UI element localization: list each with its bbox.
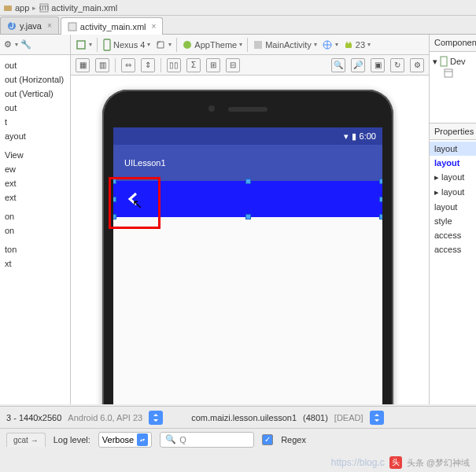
tab-java-file[interactable]: J y.java × <box>0 17 59 34</box>
tree-label: Dev <box>450 57 466 66</box>
layout-mode-button[interactable]: ▦ <box>76 58 90 72</box>
breadcrumb-folder-label: app <box>15 3 29 13</box>
selection-handle[interactable] <box>245 214 251 219</box>
palette-item[interactable]: ton <box>0 242 70 256</box>
palette-item[interactable]: ayout <box>0 129 70 143</box>
orientation-button[interactable] <box>155 39 172 50</box>
selection-handle[interactable] <box>379 214 382 219</box>
component-tree-header: Componen <box>430 35 476 52</box>
svg-rect-5 <box>68 23 76 31</box>
palette-config-button[interactable] <box>76 39 92 50</box>
selection-handle[interactable] <box>245 179 251 184</box>
theme-selector[interactable]: AppTheme <box>182 39 242 50</box>
palette-item[interactable]: ext <box>0 190 70 205</box>
component-tree[interactable]: ▾ Dev <box>430 52 476 123</box>
battery-icon: ▮ <box>352 131 356 142</box>
search-icon: 🔍 <box>165 434 176 444</box>
distribute-button[interactable]: ⊟ <box>226 58 240 72</box>
breadcrumb-folder[interactable]: app <box>3 3 29 13</box>
tree-row[interactable]: ▾ Dev <box>431 55 474 68</box>
palette-item[interactable]: ew <box>0 162 70 176</box>
device-selector[interactable]: Nexus 4 <box>102 39 150 51</box>
device-screen[interactable]: ▾ ▮ 6:00 UILesson1 <box>113 127 382 404</box>
design-toolbar-secondary: ▦ ▥ ⇔ ⇕ ▯▯ Σ ⊞ ⊟ 🔍 🔎 ▣ ↻ ⚙ <box>71 55 429 76</box>
design-canvas[interactable]: ▾ ▮ 6:00 UILesson1 <box>71 76 429 404</box>
properties-table[interactable]: layout layout ▸ layout ▸ layout layout s… <box>430 140 476 258</box>
palette-item[interactable]: out <box>0 58 70 72</box>
select-arrows-icon: ▴▾ <box>137 433 148 446</box>
globe-icon <box>322 39 333 50</box>
palette-item[interactable]: out <box>0 101 70 115</box>
distribute-button[interactable]: ⊞ <box>206 58 220 72</box>
distribute-button[interactable]: Σ <box>186 58 201 72</box>
activity-icon <box>253 39 264 50</box>
property-row[interactable]: layout <box>430 142 476 156</box>
property-row[interactable]: layout <box>430 156 476 170</box>
selection-handle[interactable] <box>379 179 382 184</box>
align-button[interactable]: ⇕ <box>141 58 155 72</box>
align-button[interactable]: ⇔ <box>121 58 135 72</box>
folder-icon <box>3 3 13 13</box>
device-label: Nexus 4 <box>113 40 145 50</box>
svg-text:J: J <box>9 21 14 30</box>
selection-handle[interactable] <box>379 197 382 202</box>
property-row[interactable]: layout <box>430 200 476 214</box>
api-selector[interactable]: 23 <box>343 39 371 50</box>
logcat-toolbar: gcat → Log level: Verbose ▴▾ 🔍 Q ✓ Regex <box>0 428 476 450</box>
wrench-icon[interactable]: 🔧 <box>20 39 31 50</box>
activity-selector[interactable]: MainActivity <box>253 39 317 50</box>
distribute-button[interactable]: ▯▯ <box>167 58 181 72</box>
tree-row[interactable] <box>431 68 474 79</box>
speaker-slot <box>228 107 268 112</box>
palette-item[interactable]: xt <box>0 256 70 271</box>
close-icon[interactable]: × <box>152 22 157 31</box>
svg-point-13 <box>349 42 351 43</box>
palette-item[interactable]: View <box>0 148 70 162</box>
property-row[interactable]: ▸ layout <box>430 185 476 200</box>
chevron-right-icon: ▸ <box>32 4 36 12</box>
settings-button[interactable]: ⚙ <box>410 58 424 72</box>
app-toolbar[interactable]: UILesson1 <box>113 145 382 181</box>
regex-checkbox[interactable]: ✓ <box>262 434 273 445</box>
device-resolution: 3 - 1440x2560 <box>6 413 61 422</box>
refresh-button[interactable]: ↻ <box>390 58 404 72</box>
zoom-fit-button[interactable]: ▣ <box>371 58 385 72</box>
layout-mode-button[interactable]: ▥ <box>95 58 109 72</box>
package-name: com.maizi.lesson.uilesson1 <box>191 413 297 422</box>
android-icon <box>343 39 354 50</box>
palette-dropdown[interactable] <box>14 41 18 48</box>
zoom-in-button[interactable]: 🔍 <box>331 58 345 72</box>
locale-button[interactable] <box>322 39 338 50</box>
palette-item[interactable]: on <box>0 209 70 223</box>
device-status-bar: 3 - 1440x2560 Android 6.0, API 23 com.ma… <box>0 406 476 428</box>
log-search-input[interactable]: 🔍 Q <box>160 432 254 448</box>
palette-item[interactable]: out (Vertical) <box>0 87 70 101</box>
palette-item[interactable]: out (Horizontal) <box>0 72 70 87</box>
expand-icon[interactable]: ▾ <box>433 57 437 67</box>
property-row[interactable]: access <box>430 242 476 256</box>
zoom-out-button[interactable]: 🔎 <box>351 58 365 72</box>
palette-item[interactable]: on <box>0 223 70 238</box>
property-row[interactable]: style <box>430 214 476 228</box>
breadcrumb-file[interactable]: xml activity_main.xml <box>39 3 117 13</box>
svg-rect-9 <box>254 41 262 49</box>
palette-panel: ⚙ 🔧 out out (Horizontal) out (Vertical) … <box>0 35 71 404</box>
palette-list: out out (Horizontal) out (Vertical) out … <box>0 55 70 274</box>
stepper-button[interactable] <box>149 411 163 425</box>
tab-activity-main[interactable]: activity_main.xml × <box>61 17 164 35</box>
stepper-button[interactable] <box>370 411 384 425</box>
log-level-select[interactable]: Verbose ▴▾ <box>98 432 152 448</box>
camera-dot <box>208 105 215 112</box>
gear-icon[interactable]: ⚙ <box>4 39 12 50</box>
property-row[interactable]: ▸ layout <box>430 170 476 185</box>
close-icon[interactable]: × <box>47 21 52 30</box>
property-row[interactable]: access <box>430 228 476 242</box>
phone-icon <box>439 56 448 67</box>
logcat-tab[interactable]: gcat → <box>6 433 46 447</box>
svg-point-8 <box>183 41 191 49</box>
palette-item[interactable]: t <box>0 115 70 129</box>
palette-item[interactable]: ext <box>0 176 70 190</box>
wifi-icon: ▾ <box>344 131 349 142</box>
svg-rect-15 <box>445 69 452 77</box>
process-id: (4801) <box>303 413 328 422</box>
